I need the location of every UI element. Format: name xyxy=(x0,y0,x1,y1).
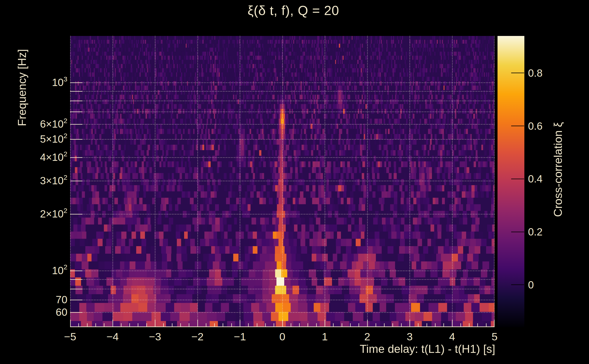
y-tick-label: 60 xyxy=(56,306,67,318)
x-tick-label: 3 xyxy=(407,330,413,343)
colorbar-tick-label: 0.2 xyxy=(528,226,543,238)
colorbar-tick xyxy=(511,284,524,285)
x-tick-label: 1 xyxy=(322,330,328,343)
spectrogram-canvas xyxy=(70,36,495,327)
x-tick-label: 4 xyxy=(449,330,455,343)
x-tick-label: −4 xyxy=(106,330,119,343)
x-tick-label: 2 xyxy=(364,330,370,343)
colorbar-gradient xyxy=(497,36,524,327)
colorbar-tick xyxy=(511,72,524,73)
x-tick-label: −1 xyxy=(234,330,246,343)
y-axis-title: Frequency [Hz] xyxy=(15,49,29,126)
x-tick-label: −2 xyxy=(191,330,204,343)
colorbar-tick-label: 0.4 xyxy=(528,173,543,185)
colorbar-title: Cross-correlation ξ xyxy=(551,122,565,217)
y-tick-label: 70 xyxy=(56,293,67,306)
y-tick-label: 102 xyxy=(52,264,67,277)
y-tick-label: 103 xyxy=(52,76,67,89)
x-tick-label: −5 xyxy=(64,330,76,343)
y-tick-label: 2×102 xyxy=(40,208,67,220)
y-tick-label: 3×102 xyxy=(40,175,67,187)
colorbar-tick xyxy=(511,232,524,232)
chart-title: ξ(δ t, f), Q = 20 xyxy=(71,3,516,18)
x-axis-title: Time delay: t(L1) - t(H1) [s] xyxy=(360,342,495,356)
colorbar-tick-label: 0.6 xyxy=(528,120,543,132)
figure: ξ(δ t, f), Q = 20 Frequency [Hz] Time de… xyxy=(0,0,589,364)
colorbar-tick xyxy=(511,126,524,126)
colorbar-tick xyxy=(511,179,524,179)
y-tick-label: 6×102 xyxy=(40,118,67,130)
y-tick-label: 5×102 xyxy=(40,133,67,145)
colorbar-tick-label: 0.8 xyxy=(528,67,543,79)
x-tick-label: −3 xyxy=(149,330,161,343)
x-tick-label: 0 xyxy=(279,330,285,343)
colorbar-tick-label: 0 xyxy=(528,279,534,291)
x-tick-label: 5 xyxy=(491,330,497,343)
y-tick-label: 4×102 xyxy=(40,151,67,163)
